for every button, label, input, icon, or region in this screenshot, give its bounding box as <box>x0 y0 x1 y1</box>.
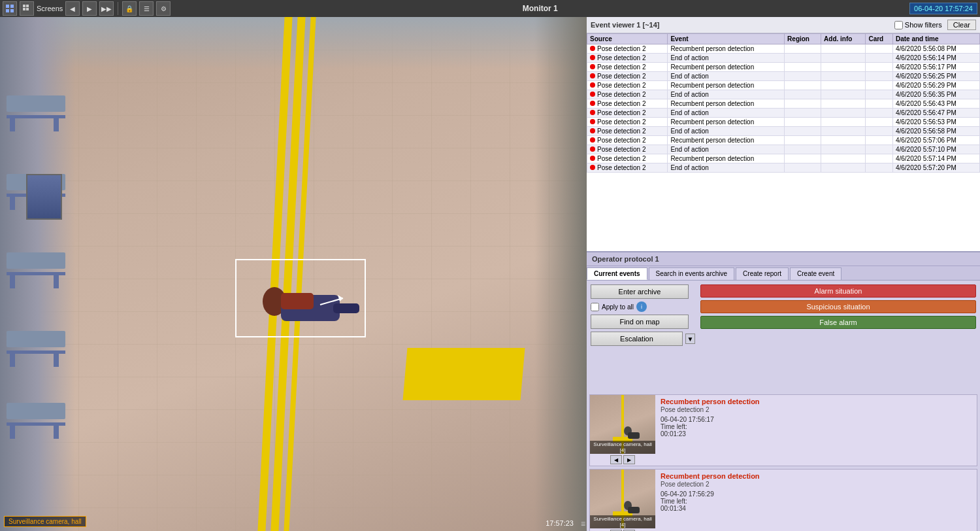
ev-controls: Show filters Clear <box>894 20 976 30</box>
table-row[interactable]: Pose detection 2End of action4/6/2020 5:… <box>587 54 980 63</box>
show-filters-label[interactable]: Show filters <box>894 21 942 29</box>
grid-icon[interactable] <box>20 1 34 16</box>
svg-rect-37 <box>628 507 640 513</box>
left-benches <box>3 82 75 475</box>
events-table: Source Event Region Add. info Card Date … <box>587 33 980 173</box>
lock-icon[interactable]: 🔒 <box>122 1 137 16</box>
suspicious-button[interactable]: Suspicious situation <box>700 300 976 313</box>
tab-create-report[interactable]: Create report <box>736 267 789 280</box>
thumb-label-1: Surveillance camera, hall [4] <box>590 441 655 454</box>
col-datetime: Date and time <box>892 34 979 44</box>
op-content: Enter archive Apply to all i Find on map… <box>587 281 980 392</box>
op-left-controls: Enter archive Apply to all i Find on map… <box>591 284 695 388</box>
operator-protocol-header: Operator protocol 1 <box>587 252 980 266</box>
right-panel: Event viewer 1 [~14] Show filters Clear … <box>587 17 980 531</box>
table-row[interactable]: Pose detection 2Recumbent person detecti… <box>587 81 980 90</box>
table-row[interactable]: Pose detection 2End of action4/6/2020 5:… <box>587 72 980 81</box>
clear-button[interactable]: Clear <box>947 20 976 30</box>
enter-archive-button[interactable]: Enter archive <box>591 284 689 299</box>
red-dot-icon <box>590 46 595 51</box>
find-on-map-button[interactable]: Find on map <box>591 315 689 329</box>
svg-rect-25 <box>54 275 59 288</box>
red-dot-icon <box>590 119 595 124</box>
alert-timeleft-val-2: 00:01:34 <box>661 505 972 512</box>
svg-rect-1 <box>10 5 14 8</box>
toolbar: Screens ◀ ▶ ▶▶ 🔒 ☰ ⚙ Monitor 1 06-04-20 … <box>0 0 980 17</box>
red-dot-icon <box>590 110 595 115</box>
right-wall <box>534 17 587 531</box>
table-row[interactable]: Pose detection 2End of action4/6/2020 5:… <box>587 90 980 99</box>
red-dot-icon <box>590 64 595 69</box>
escalation-expand-btn[interactable]: ▼ <box>685 334 695 344</box>
alert-title-2: Recumbent person detection <box>661 472 972 480</box>
table-row[interactable]: Pose detection 2Recumbent person detecti… <box>587 63 980 72</box>
svg-rect-2 <box>6 9 9 12</box>
info-icon[interactable]: i <box>636 301 647 312</box>
thumb-prev-1[interactable]: ◀ <box>610 455 622 464</box>
escalation-button[interactable]: Escalation <box>591 332 683 346</box>
alert-card-1: Surveillance camera, hall [4] ◀ ▶ Recumb… <box>589 394 977 466</box>
operator-protocol: Operator protocol 1 Current events Searc… <box>587 252 980 392</box>
table-row[interactable]: Pose detection 2Recumbent person detecti… <box>587 154 980 163</box>
col-event: Event <box>668 34 785 44</box>
escalation-row: Escalation ▼ <box>591 332 695 346</box>
svg-rect-15 <box>7 115 65 118</box>
svg-rect-26 <box>7 331 65 347</box>
false-alarm-button[interactable]: False alarm <box>700 316 976 329</box>
alert-thumb-1: Surveillance camera, hall [4] <box>590 395 655 454</box>
alert-source-1: Pose detection 2 <box>661 406 972 413</box>
apply-to-all-row: Apply to all i <box>591 301 695 312</box>
thumb-person-2 <box>623 500 642 517</box>
next-btn[interactable]: ▶ <box>82 1 97 16</box>
tab-create-event[interactable]: Create event <box>790 267 841 280</box>
alert-title-1: Recumbent person detection <box>661 398 972 405</box>
wall-photo <box>26 174 62 220</box>
last-btn[interactable]: ▶▶ <box>99 1 114 16</box>
table-row[interactable]: Pose detection 2Recumbent person detecti… <box>587 44 980 54</box>
red-dot-icon <box>590 92 595 97</box>
apply-to-all-checkbox[interactable] <box>591 303 599 311</box>
thumb-next-1[interactable]: ▶ <box>623 455 635 464</box>
alert-timeleft-val-1: 00:01:23 <box>661 430 972 437</box>
monitor-title: Monitor 1 <box>173 4 907 13</box>
table-row[interactable]: Pose detection 2End of action4/6/2020 5:… <box>587 109 980 118</box>
svg-rect-20 <box>10 197 15 210</box>
svg-rect-33 <box>54 426 59 439</box>
red-dot-icon <box>590 55 595 60</box>
alert-thumb-1-inner: Surveillance camera, hall [4] <box>590 395 655 454</box>
list-icon[interactable]: ☰ <box>139 1 154 16</box>
table-row[interactable]: Pose detection 2End of action4/6/2020 5:… <box>587 127 980 136</box>
table-row[interactable]: Pose detection 2End of action4/6/2020 5:… <box>587 145 980 154</box>
prev-btn[interactable]: ◀ <box>65 1 80 16</box>
alert-time-2: 06-04-20 17:56:29 <box>661 490 972 498</box>
svg-rect-28 <box>10 354 15 367</box>
col-source: Source <box>587 34 668 44</box>
alert-timeleft-label-1: Time left: <box>661 423 972 430</box>
alert-card-2-thumb-area: Surveillance camera, hall [4] ◀ ▶ <box>590 470 655 531</box>
alert-card-2: Surveillance camera, hall [4] ◀ ▶ Recumb… <box>589 469 977 531</box>
thumb-nav-1: ◀ ▶ <box>590 454 655 466</box>
camera-time: 17:57:23 <box>546 519 574 527</box>
table-row[interactable]: Pose detection 2Recumbent person detecti… <box>587 136 980 145</box>
alert-time-1: 06-04-20 17:56:17 <box>661 416 972 423</box>
tab-search-archive[interactable]: Search in events archive <box>649 267 735 280</box>
show-filters-checkbox[interactable] <box>894 21 903 29</box>
svg-rect-22 <box>7 252 65 269</box>
alarm-button[interactable]: Alarm situation <box>700 284 976 298</box>
screens-label: Screens <box>37 5 63 12</box>
event-viewer: Event viewer 1 [~14] Show filters Clear … <box>587 17 980 252</box>
table-row[interactable]: Pose detection 2End of action4/6/2020 5:… <box>587 163 980 173</box>
ceiling <box>0 17 587 69</box>
svg-rect-29 <box>54 354 59 367</box>
settings-icon[interactable]: ⚙ <box>156 1 171 16</box>
table-row[interactable]: Pose detection 2Recumbent person detecti… <box>587 118 980 127</box>
main-area: Surveillance camera, hall 17:57:23 ≡ Eve… <box>0 17 980 531</box>
camera-menu-icon[interactable]: ≡ <box>581 519 585 528</box>
tab-current-events[interactable]: Current events <box>587 267 647 280</box>
col-card: Card <box>866 34 893 44</box>
camera-panel: Surveillance camera, hall 17:57:23 ≡ <box>0 17 587 531</box>
alert-cards: Surveillance camera, hall [4] ◀ ▶ Recumb… <box>587 392 980 531</box>
table-row[interactable]: Pose detection 2Recumbent person detecti… <box>587 99 980 109</box>
app-icon[interactable] <box>3 1 17 16</box>
svg-rect-24 <box>10 275 15 288</box>
